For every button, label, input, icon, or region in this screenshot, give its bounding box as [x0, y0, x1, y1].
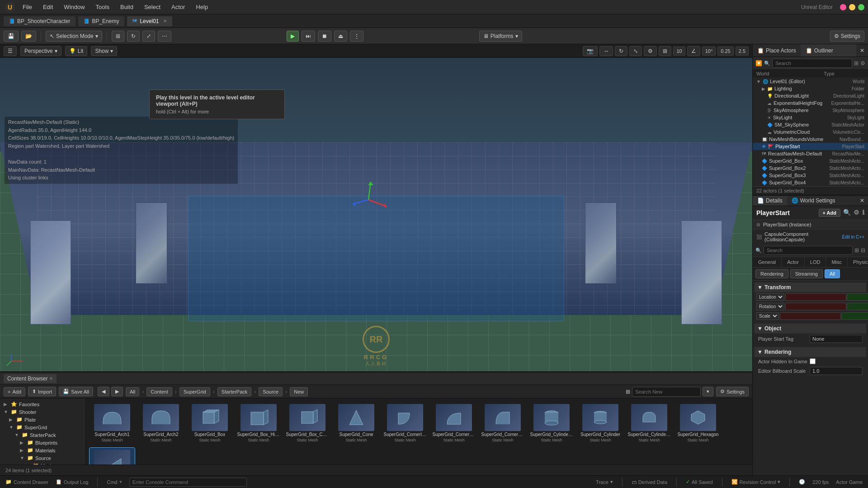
revision-control-button[interactable]: 🔀 Revision Control ▾ — [731, 479, 781, 485]
outliner-row-world[interactable]: ▼ 🌐 Level01 (Editor) World — [753, 78, 868, 85]
cb-sidebar-item-supergrid[interactable]: ▼ 📁 SuperGrid — [0, 423, 85, 431]
world-settings-tab-button[interactable]: 🌐 World Settings — [787, 196, 840, 206]
location-x-input[interactable]: -2160.0 — [785, 293, 846, 301]
details-view-toggle-icon[interactable]: ⊞ — [854, 247, 859, 253]
dtab-actor[interactable]: Actor — [782, 257, 805, 267]
cb-tab-content-browser[interactable]: Content Browser ✕ — [4, 374, 57, 383]
window-maximize[interactable] — [858, 4, 864, 10]
selection-mode-button[interactable]: ↖ Selection Mode ▾ — [46, 31, 102, 42]
cb-breadcrumb-supergrid[interactable]: SuperGrid — [179, 387, 210, 396]
outliner-row-lighting[interactable]: ▶ 📁 Lighting Folder — [753, 85, 868, 92]
scale-gizmo-button[interactable]: ⤡ — [629, 46, 642, 56]
angle-value[interactable]: 10° — [702, 47, 716, 56]
details-info-icon[interactable]: ℹ — [862, 209, 864, 217]
cmd-dropdown-icon[interactable]: ▾ — [119, 479, 122, 485]
content-drawer-button[interactable]: 📁 Content Drawer — [5, 479, 48, 485]
actor-hidden-checkbox[interactable] — [810, 358, 816, 364]
details-search-icon[interactable]: 🔍 — [843, 209, 851, 217]
rotation-dropdown[interactable]: Rotation — [756, 303, 784, 310]
outliner-row-dirlight[interactable]: 💡 DirectionalLight DirectionalLight — [753, 92, 868, 99]
scale-value2[interactable]: 2.5 — [736, 47, 749, 56]
cb-breadcrumb-new[interactable]: New — [290, 387, 308, 396]
rotation-y-input[interactable]: 0.0° — [847, 303, 868, 310]
cb-sidebar-item-plate[interactable]: ▶ 📁 Plate — [0, 416, 85, 423]
play-button[interactable]: ▶ — [287, 31, 299, 42]
add-component-button[interactable]: + Add — [819, 209, 840, 217]
save-current-button[interactable]: 💾 — [4, 31, 19, 42]
snap-scale-button[interactable]: ⤢ — [142, 31, 155, 42]
grid-size-value[interactable]: 10 — [673, 47, 685, 56]
asset-hexagon[interactable]: SuperGrid_Hexagon Static Mesh — [675, 402, 721, 444]
cb-sidebar-item-blueprints[interactable]: ▶ 📁 Blueprints — [0, 439, 85, 446]
cb-sidebar-item-favorites[interactable]: ▶ ⭐ Favorites — [0, 400, 85, 408]
outliner-row-sgbox[interactable]: 🔷 SuperGrid_Box StaticMeshActo... — [753, 157, 868, 164]
grid-overlay-button[interactable]: ⊞ — [659, 46, 671, 56]
asset-arch1[interactable]: SuperGrid_Arch1 Static Mesh — [90, 402, 135, 444]
details-component-row[interactable]: ⬛ CapsuleComponent (CollisionCapsule) Ed… — [753, 230, 868, 244]
outliner-row-skyatm[interactable]: 🌫 SkyAtmosphere SkyAtmosphere — [753, 107, 868, 114]
viewport-menu-button[interactable]: ☰ — [4, 46, 17, 56]
rotate-gizmo-button[interactable]: ↻ — [615, 46, 627, 56]
angle-snap-button[interactable]: ∠ — [687, 46, 700, 56]
asset-cone[interactable]: SuperGrid_Cone Static Mesh — [334, 402, 379, 444]
snap-rotate-button[interactable]: ↻ — [127, 31, 140, 42]
camera-speed-button[interactable]: 📷 — [583, 46, 598, 56]
menu-actor[interactable]: Actor — [167, 2, 189, 12]
cb-sidebar-item-materials[interactable]: ▶ 📁 Materials — [0, 446, 85, 454]
scale-x-input[interactable]: 1.0 — [780, 312, 841, 320]
asset-corner-outer[interactable]: SuperGrid_CornerOuter Static Mesh — [431, 402, 476, 444]
cb-search-input[interactable] — [632, 387, 701, 397]
outliner-close-button[interactable]: ✕ — [856, 44, 868, 56]
more-options-button[interactable]: ⋯ — [158, 31, 171, 42]
tab-level01[interactable]: 🗺 Level01 ✕ — [127, 16, 172, 26]
outliner-row-skysphere[interactable]: 🔷 SM_SkySphere StaticMeshActor — [753, 121, 868, 128]
render-tab-all[interactable]: All — [825, 269, 840, 278]
cb-sidebar-item-source[interactable]: ▼ 📁 Source — [0, 454, 85, 462]
place-actors-tab[interactable]: 📋 Place Actors — [753, 44, 801, 56]
location-dropdown[interactable]: Location — [756, 293, 784, 301]
dtab-physics[interactable]: Physics — [848, 257, 868, 267]
details-search-input[interactable] — [764, 246, 853, 255]
cb-add-button[interactable]: + Add — [4, 387, 25, 396]
menu-file[interactable]: File — [18, 2, 37, 12]
asset-corner-inner[interactable]: SuperGrid_CornerInner Static Mesh — [382, 402, 428, 444]
cb-all-button[interactable]: All — [126, 387, 139, 396]
output-log-button[interactable]: 📋 Output Log — [56, 479, 88, 485]
rendering-header[interactable]: ▼ Rendering — [755, 347, 866, 357]
asset-box-centered[interactable]: SuperGrid_Box_Centered Static Mesh — [285, 402, 330, 444]
cb-breadcrumb-content[interactable]: Content — [146, 387, 172, 396]
outliner-search-input[interactable] — [772, 59, 852, 68]
menu-help[interactable]: Help — [191, 2, 212, 12]
outliner-row-volcloud[interactable]: ☁ VolumetricCloud VolumetricClo... — [753, 128, 868, 136]
details-close-button[interactable]: ✕ — [856, 197, 868, 204]
outliner-row-skylight[interactable]: ☀ SkyLight SkyLight — [753, 114, 868, 121]
details-more-icon[interactable]: ⚙ — [854, 209, 859, 217]
cb-import-button[interactable]: ⬆ Import — [28, 387, 56, 396]
window-minimize[interactable] — [849, 4, 855, 10]
render-tab-streaming[interactable]: Streaming — [790, 269, 823, 278]
viewport-settings-button[interactable]: ⚙ — [644, 46, 657, 56]
object-header[interactable]: ▼ Object — [755, 324, 866, 333]
asset-box-highres[interactable]: SuperGrid_Box_HighRes Static Mesh — [236, 402, 281, 444]
menu-tools[interactable]: Tools — [91, 2, 114, 12]
extra-play-options[interactable]: ⋮ — [350, 31, 363, 42]
eject-button[interactable]: ⏏ — [334, 31, 347, 42]
outliner-row-navmeshvol[interactable]: 🔲 NavMeshBoundsVolume NavBound... — [753, 136, 868, 143]
outliner-row-playerstart[interactable]: 👁 🚩 PlayerStart PlayerStart — [753, 143, 868, 150]
derived-data-button[interactable]: 🗃 Derived Data — [632, 479, 667, 485]
transform-header[interactable]: ▼ Transform — [755, 282, 866, 292]
outliner-row-navmesh[interactable]: 🗺 RecastNavMesh-Default RecastNavMe... — [753, 150, 868, 157]
outliner-row-expfog[interactable]: ☁ ExponentialHeightFog ExponentialHe... — [753, 99, 868, 107]
show-button[interactable]: Show ▾ — [91, 46, 117, 56]
menu-build[interactable]: Build — [116, 2, 138, 12]
scale-y-input[interactable]: 1.0 — [841, 312, 868, 320]
console-input[interactable] — [129, 478, 247, 487]
asset-cylinder[interactable]: SuperGrid_Cylinder Static Mesh — [578, 402, 623, 444]
asset-cyl-full[interactable]: SuperGrid_CylinderFull Static Mesh — [529, 402, 574, 444]
cb-save-all-button[interactable]: 💾 Save All — [59, 387, 93, 396]
menu-edit[interactable]: Edit — [38, 2, 57, 12]
tab-level01-close[interactable]: ✕ — [163, 19, 167, 23]
asset-box[interactable]: SuperGrid_Box Static Mesh — [187, 402, 232, 444]
tab-bp-enemy[interactable]: 📘 BP_Enemy — [78, 16, 124, 26]
all-saved-button[interactable]: ✓ All Saved — [686, 479, 712, 485]
